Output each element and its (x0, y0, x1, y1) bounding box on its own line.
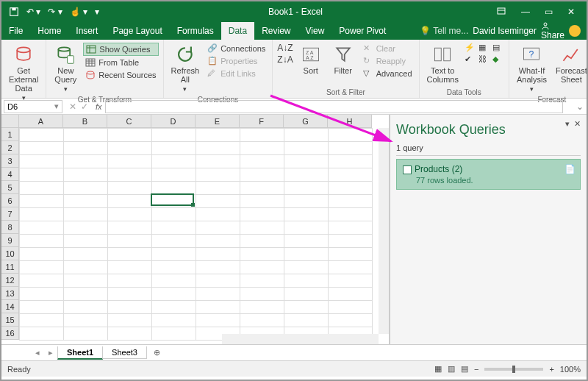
row-header[interactable]: 16 (1, 327, 19, 340)
view-page-break-icon[interactable]: ▤ (461, 364, 468, 374)
add-sheet-button[interactable]: ⊕ (146, 348, 168, 357)
tab-view[interactable]: View (298, 22, 332, 40)
formula-input[interactable] (105, 100, 563, 113)
qat-customize-icon[interactable]: ▾ (95, 7, 99, 17)
query-refresh-icon[interactable]: 📄 (564, 164, 576, 174)
row-header[interactable]: 2 (1, 141, 19, 154)
tab-insert[interactable]: Insert (68, 22, 105, 40)
feedback-icon[interactable] (569, 25, 581, 37)
what-if-analysis-button[interactable]: ? What-If Analysis ▾ (514, 43, 550, 94)
undo-icon[interactable]: ↶ ▾ (26, 7, 40, 17)
text-to-columns-button[interactable]: Text to Columns (424, 43, 462, 85)
column-header[interactable]: C (107, 115, 151, 128)
minimize-button[interactable]: — (517, 7, 534, 17)
active-cell[interactable] (151, 193, 194, 206)
close-button[interactable]: ✕ (563, 7, 579, 17)
enter-formula-icon[interactable]: ✓ (81, 102, 88, 112)
name-box[interactable]: D6▾ (4, 100, 62, 113)
view-normal-icon[interactable]: ▦ (434, 364, 442, 374)
view-page-layout-icon[interactable]: ▥ (448, 364, 455, 374)
column-header[interactable]: F (240, 115, 284, 128)
tab-data[interactable]: Data (221, 22, 254, 40)
redo-icon[interactable]: ↷ ▾ (48, 7, 62, 17)
show-queries-button[interactable]: Show Queries (83, 43, 158, 56)
sheet-tab-sheet3[interactable]: Sheet3 (102, 346, 147, 359)
sort-asc-button[interactable]: A↓Z (277, 43, 293, 53)
tab-power-pivot[interactable]: Power Pivot (331, 22, 393, 40)
group-connections: Refresh All ▾ 🔗Connections 📋Properties 🖉… (164, 40, 273, 98)
recent-sources-button[interactable]: Recent Sources (83, 69, 158, 81)
horizontal-scrollbar[interactable] (222, 334, 379, 344)
data-validation-icon[interactable]: ✔ (465, 54, 476, 64)
query-item-products[interactable]: Products (2) 📄 77 rows loaded. (396, 159, 581, 190)
forecast-sheet-button[interactable]: Forecast Sheet (553, 43, 588, 85)
sheet-nav-prev-icon[interactable]: ◂ (31, 348, 44, 357)
refresh-all-button[interactable]: Refresh All ▾ (168, 43, 203, 94)
manage-model-icon[interactable]: ◆ (492, 54, 504, 64)
get-external-data-button[interactable]: Get External Data ▾ (6, 43, 41, 103)
connections-button[interactable]: 🔗Connections (205, 43, 268, 54)
svg-rect-13 (435, 48, 442, 61)
column-header[interactable]: B (63, 115, 107, 128)
row-header[interactable]: 3 (1, 154, 19, 168)
row-header[interactable]: 1 (1, 128, 19, 141)
row-header[interactable]: 14 (1, 300, 19, 313)
row-header[interactable]: 10 (1, 247, 19, 260)
row-header[interactable]: 6 (1, 194, 19, 207)
ribbon-options-icon[interactable] (492, 7, 511, 17)
column-header[interactable]: D (151, 115, 196, 128)
flash-fill-icon[interactable]: ⚡ (465, 43, 476, 52)
formula-bar-expand-icon[interactable]: ⌄ (573, 102, 587, 112)
tab-home[interactable]: Home (30, 22, 68, 40)
column-header[interactable]: G (284, 115, 328, 128)
worksheet-grid[interactable]: ABCDEFGH 12345678910111213141516 (1, 115, 390, 344)
row-header[interactable]: 7 (1, 207, 19, 221)
zoom-in-button[interactable]: + (549, 365, 553, 374)
sheet-nav-next-icon[interactable]: ▸ (44, 348, 57, 357)
column-header[interactable]: E (196, 115, 240, 128)
zoom-slider[interactable] (484, 368, 543, 371)
tab-formulas[interactable]: Formulas (170, 22, 221, 40)
share-button[interactable]: Share (541, 21, 564, 40)
vertical-scrollbar[interactable] (379, 128, 389, 334)
from-table-button[interactable]: From Table (83, 57, 158, 68)
zoom-out-button[interactable]: − (474, 365, 478, 374)
row-header[interactable]: 11 (1, 260, 19, 274)
column-header[interactable]: A (19, 115, 63, 128)
select-all-corner[interactable] (1, 115, 19, 128)
fx-icon[interactable]: fx (93, 102, 105, 111)
remove-duplicates-icon[interactable]: ▦ (478, 43, 490, 52)
sort-button[interactable]: Z AA Z Sort (296, 43, 326, 76)
tab-page-layout[interactable]: Page Layout (105, 22, 169, 40)
new-query-button[interactable]: New Query ▾ (51, 43, 80, 94)
row-header[interactable]: 13 (1, 287, 19, 300)
restore-button[interactable]: ▭ (540, 7, 557, 17)
row-header[interactable]: 15 (1, 313, 19, 327)
column-header[interactable]: H (328, 115, 372, 128)
row-header[interactable]: 12 (1, 274, 19, 287)
filter-button[interactable]: Filter (329, 43, 358, 76)
cancel-formula-icon[interactable]: ✕ (69, 102, 76, 112)
row-header[interactable]: 5 (1, 181, 19, 194)
sort-desc-button[interactable]: Z↓A (277, 54, 293, 65)
tell-me-search[interactable]: 💡 Tell me... (420, 26, 468, 36)
pane-options-icon[interactable]: ▾ (565, 119, 570, 129)
advanced-filter-button[interactable]: ▽Advanced (361, 68, 415, 79)
save-icon[interactable] (9, 7, 19, 17)
row-header[interactable]: 8 (1, 221, 19, 234)
relationships-icon[interactable]: ⛓ (478, 54, 490, 64)
clear-filter-button[interactable]: ✕Clear (361, 43, 415, 54)
touch-mode-icon[interactable]: ☝ ▾ (70, 7, 87, 17)
tab-file[interactable]: File (1, 22, 30, 40)
tab-review[interactable]: Review (254, 22, 298, 40)
properties-button[interactable]: 📋Properties (205, 55, 268, 67)
consolidate-icon[interactable]: ▤ (492, 43, 504, 52)
edit-links-button[interactable]: 🖉Edit Links (205, 68, 268, 79)
reapply-filter-button[interactable]: ↻Reapply (361, 55, 415, 67)
row-header[interactable]: 4 (1, 168, 19, 181)
pane-close-icon[interactable]: ✕ (574, 119, 581, 129)
signed-in-user[interactable]: David Iseminger (473, 26, 537, 36)
zoom-level-label[interactable]: 100% (560, 365, 581, 374)
row-header[interactable]: 9 (1, 234, 19, 247)
sheet-tab-sheet1[interactable]: Sheet1 (57, 346, 103, 360)
